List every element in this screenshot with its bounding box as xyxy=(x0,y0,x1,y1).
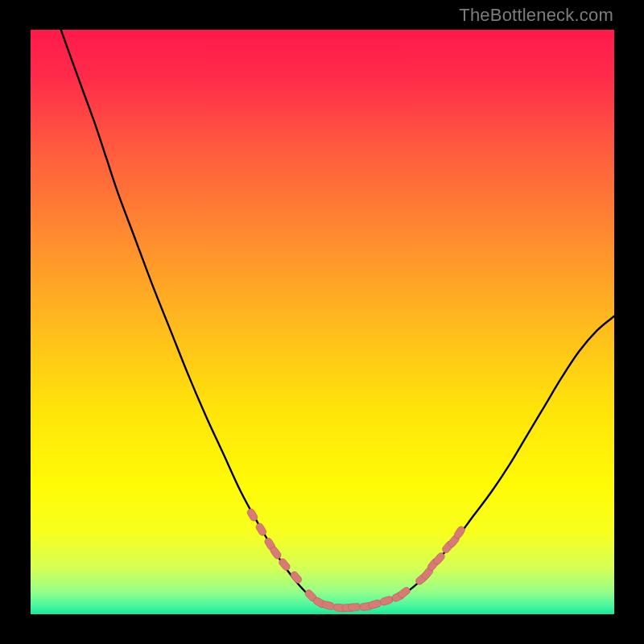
plot-area xyxy=(31,30,614,614)
watermark-text: TheBottleneck.com xyxy=(459,5,613,26)
outer-frame: TheBottleneck.com xyxy=(0,0,644,644)
marker-pill xyxy=(348,603,361,611)
highlight-markers xyxy=(246,507,467,612)
curve-layer xyxy=(31,30,614,614)
marker-pill xyxy=(289,570,303,584)
bottleneck-curve xyxy=(61,30,614,608)
marker-pill xyxy=(321,601,336,611)
marker-pill xyxy=(368,599,382,609)
marker-pill xyxy=(379,596,394,607)
